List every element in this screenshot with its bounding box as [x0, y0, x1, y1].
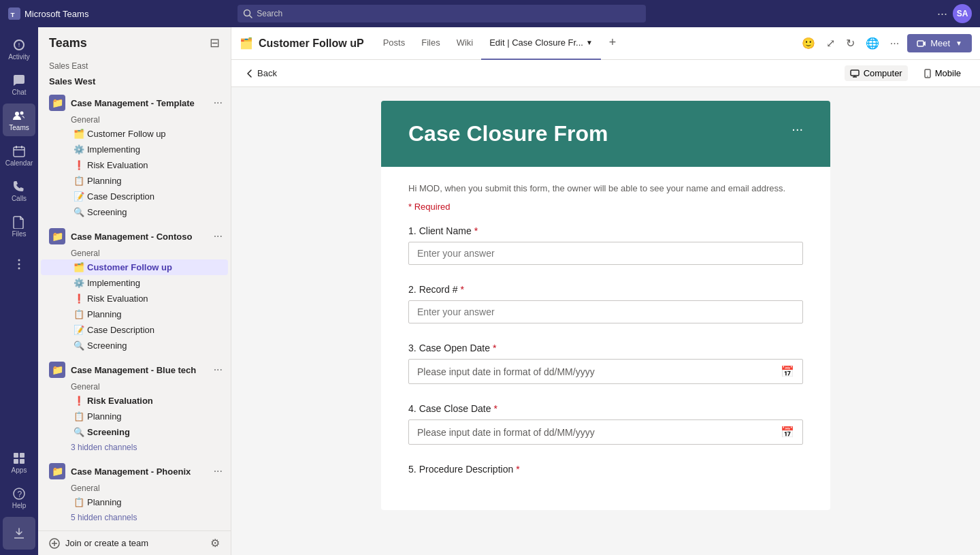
q4-number: 4. [408, 403, 416, 414]
nav-posts[interactable]: Posts [375, 27, 414, 60]
svg-point-11 [18, 264, 20, 266]
hidden-channels-bluetech[interactable]: 3 hidden channels [38, 440, 231, 455]
svg-text:T: T [11, 11, 15, 18]
channel-screen1[interactable]: 🔍Screening [41, 204, 228, 220]
emoji-btn[interactable]: 🙂 [799, 34, 818, 52]
channel-plan1[interactable]: 📋Planning [41, 173, 228, 189]
channel-plan3[interactable]: 📋Planning [41, 409, 228, 424]
q4-calendar-icon[interactable]: 📅 [781, 426, 794, 439]
team-header-template[interactable]: 📁 Case Management - Template ··· [38, 92, 231, 114]
q1-text: Client Name [419, 225, 472, 236]
channel-impl1[interactable]: ⚙️Implementing [41, 142, 228, 157]
help-label: Help [12, 502, 27, 509]
back-button[interactable]: Back [245, 68, 277, 78]
nav-files[interactable]: Files [413, 27, 448, 60]
q3-calendar-icon[interactable]: 📅 [781, 365, 794, 378]
group-label-template: General [38, 114, 231, 126]
team-name-bluetech: Case Management - Blue tech [71, 365, 206, 375]
channel-risk2[interactable]: ❗Risk Evaluation [41, 291, 228, 306]
computer-label: Computer [864, 68, 902, 78]
mobile-view-toggle[interactable]: Mobile [919, 65, 966, 81]
q1-number: 1. [408, 225, 416, 236]
channel-screen3[interactable]: 🔍Screening [41, 424, 228, 440]
sidebar-item-calls[interactable]: Calls [3, 174, 35, 207]
channel-impl2[interactable]: ⚙️Implementing [41, 275, 228, 291]
team-header-phoenix[interactable]: 📁 Case Management - Phoenix ··· [38, 460, 231, 482]
channel-risk1[interactable]: ❗Risk Evaluation [41, 157, 228, 173]
team-name-contoso: Case Management - Contoso [71, 232, 206, 242]
q4-date-input[interactable]: Please input date in format of dd/MM/yyy… [408, 419, 803, 445]
sidebar-item-teams[interactable]: Teams [3, 104, 35, 136]
q1-input[interactable] [408, 242, 803, 265]
q3-label: 3. Case Open Date * [408, 343, 803, 353]
expand-btn[interactable]: ⤢ [823, 34, 838, 52]
join-team-footer[interactable]: Join or create a team ⚙ [38, 530, 231, 555]
svg-point-10 [18, 259, 20, 261]
refresh-btn[interactable]: ↻ [843, 34, 858, 52]
svg-rect-23 [917, 41, 924, 46]
channel-risk3[interactable]: ❗Risk Evaluation [41, 393, 228, 409]
team-more-phoenix[interactable]: ··· [211, 464, 225, 479]
channel-header: 🗂️ Customer Follow uP Posts Files Wiki E… [231, 27, 980, 60]
required-label: Required [414, 202, 451, 212]
question-2: 2. Record # * [408, 284, 803, 323]
question-4: 4. Case Close Date * Please input date i… [408, 403, 803, 445]
team-case-mgmt-bluetech: 📁 Case Management - Blue tech ··· Genera… [38, 356, 231, 458]
more-btn[interactable]: ··· [887, 35, 902, 52]
q2-input[interactable] [408, 300, 803, 323]
channel-cfu1[interactable]: 🗂️Customer Follow up [41, 126, 228, 142]
form-title: Case Closure From [408, 121, 803, 146]
mobile-icon [924, 69, 931, 78]
q1-required: * [474, 225, 478, 236]
sidebar-item-chat[interactable]: Chat [3, 68, 35, 101]
hidden-channels-phoenix[interactable]: 5 hidden channels [38, 510, 231, 525]
computer-view-toggle[interactable]: Computer [845, 65, 908, 81]
q3-date-input[interactable]: Please input date in format of dd/MM/yyy… [408, 359, 803, 384]
meet-button[interactable]: Meet ▼ [907, 34, 972, 52]
sidebar-item-help[interactable]: ? Help [3, 481, 35, 514]
search-bar[interactable]: Search [238, 5, 646, 22]
team-header-contoso[interactable]: 📁 Case Management - Contoso ··· [38, 225, 231, 247]
channel-plan4[interactable]: 📋Planning [41, 494, 228, 510]
sidebar-item-more[interactable] [3, 248, 35, 281]
channel-plan2[interactable]: 📋Planning [41, 306, 228, 322]
sidebar-item-files[interactable]: Files [3, 210, 35, 242]
channel-cfu2[interactable]: 🗂️Customer Follow up [41, 259, 228, 275]
channel-casedesc1[interactable]: 📝Case Description [41, 189, 228, 204]
filter-icon[interactable]: ⊟ [210, 35, 220, 50]
form-required: * Required [408, 202, 803, 212]
teams-panel: Teams ⊟ Sales East Sales West 📁 Case Man… [38, 27, 231, 555]
search-placeholder: Search [257, 9, 282, 18]
form-nav-right: Computer Mobile [845, 65, 966, 81]
settings-icon[interactable]: ⚙ [210, 537, 220, 550]
sidebar-item-download[interactable] [3, 517, 35, 550]
team-icon-phoenix: 📁 [49, 463, 65, 479]
sidebar-item-activity[interactable]: Activity [3, 33, 35, 65]
channel-nav: Posts Files Wiki Edit | Case Closure Fr.… [375, 27, 625, 60]
more-icon[interactable]: ··· [937, 7, 947, 21]
svg-point-28 [927, 76, 928, 77]
avatar[interactable]: SA [953, 4, 972, 23]
team-more-template[interactable]: ··· [211, 95, 225, 110]
sidebar-item-calendar[interactable]: Calendar [3, 139, 35, 172]
svg-point-12 [18, 268, 20, 270]
channel-casedesc2[interactable]: 📝Case Description [41, 322, 228, 338]
globe-btn[interactable]: 🌐 [863, 34, 882, 52]
channel-screen2[interactable]: 🔍Screening [41, 338, 228, 353]
form-info: Hi MOD, when you submit this form, the o… [408, 183, 803, 193]
form-header-more[interactable]: ··· [791, 121, 803, 137]
svg-point-5 [20, 111, 24, 114]
meet-label: Meet [930, 38, 950, 48]
q1-label: 1. Client Name * [408, 225, 803, 236]
nav-add[interactable]: + [601, 27, 625, 60]
nav-wiki[interactable]: Wiki [448, 27, 482, 60]
form-body: Hi MOD, when you submit this form, the o… [381, 167, 830, 510]
join-team-label: Join or create a team [65, 538, 148, 548]
icon-rail: Activity Chat Teams Calendar Calls Files [0, 27, 38, 555]
team-more-contoso[interactable]: ··· [211, 229, 225, 244]
nav-edit[interactable]: Edit | Case Closure Fr... ▼ [481, 27, 601, 60]
team-header-bluetech[interactable]: 📁 Case Management - Blue tech ··· [38, 359, 231, 381]
team-icon-template: 📁 [49, 95, 65, 111]
team-more-bluetech[interactable]: ··· [211, 362, 225, 377]
sidebar-item-apps[interactable]: Apps [3, 446, 35, 479]
